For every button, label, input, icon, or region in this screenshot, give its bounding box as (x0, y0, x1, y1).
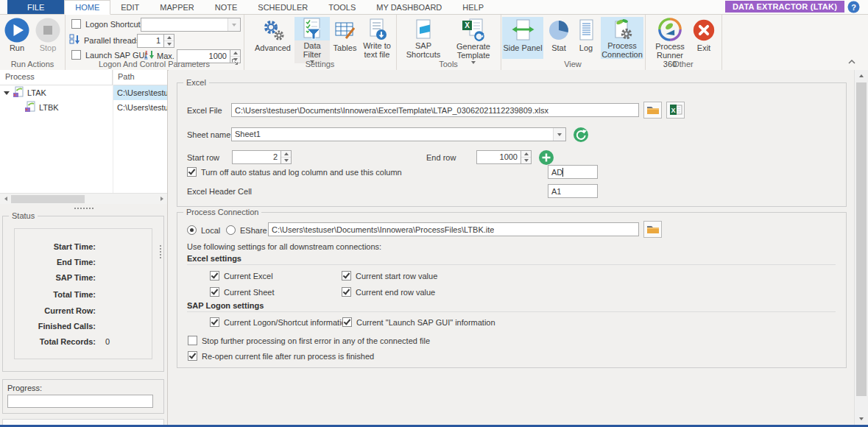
browse-excel-file-button[interactable] (643, 102, 662, 119)
scrollbar-thumb[interactable] (856, 82, 867, 396)
tab-scheduler[interactable]: SCHEDULER (247, 0, 318, 14)
tab-help[interactable]: HELP (452, 0, 494, 14)
side-panel-button[interactable]: Side Panel (502, 17, 543, 59)
sidebar: Process Path LTAK C:\Users\testu (0, 70, 168, 425)
tree-item-label: LTAK (27, 88, 46, 97)
header-cell-label: Excel Header Cell (187, 187, 252, 196)
sheet-name-combo[interactable]: Sheet1 (231, 127, 566, 141)
status-label: End Time: (22, 258, 96, 267)
tab-home[interactable]: HOME (64, 0, 110, 15)
advanced-icon (261, 17, 285, 43)
status-label: Total Records: (22, 337, 96, 346)
spinner-arrows[interactable] (521, 150, 532, 164)
data-filter-button[interactable]: Data Filter (294, 17, 330, 59)
eshare-radio[interactable]: EShare (226, 225, 267, 235)
excel-file-label: Excel File (187, 106, 222, 115)
write-to-text-file-button[interactable]: Write to text file (359, 17, 395, 59)
checkbox-icon (210, 287, 219, 297)
open-in-excel-button[interactable]: X (666, 102, 685, 119)
current-end-row-label: Current end row value (356, 288, 435, 297)
advanced-button[interactable]: Advanced (253, 17, 293, 59)
browse-connection-button[interactable] (643, 221, 662, 238)
spinner-arrows[interactable] (164, 34, 174, 48)
progress-field[interactable] (7, 395, 153, 408)
run-icon (4, 17, 30, 43)
section-rule (187, 311, 836, 312)
current-launch-checkbox[interactable]: Current "Launch SAP GUI" information (342, 317, 495, 327)
tree-row-ltbk[interactable]: LTBK C:\Users\testu (0, 100, 167, 115)
launch-sap-gui-checkbox[interactable]: Launch SAP GUI (71, 50, 147, 60)
tree-header-process[interactable]: Process (0, 70, 113, 85)
ribbon: Run Stop Run Actions Logon Shortcut P (0, 14, 868, 71)
sap-shortcuts-label: SAP Shortcuts (399, 41, 448, 59)
process-connection-button[interactable]: Process Connection (601, 17, 643, 59)
tree-horizontal-scrollbar[interactable] (0, 193, 167, 204)
auto-status-checkbox[interactable]: Turn off auto status and log column and … (187, 167, 402, 177)
current-start-row-checkbox[interactable]: Current start row value (342, 271, 437, 280)
exit-button[interactable]: Exit (692, 17, 716, 59)
scroll-down-icon[interactable] (855, 413, 868, 425)
stop-on-error-checkbox[interactable]: Stop further processing on first error i… (188, 336, 430, 345)
tab-mapper[interactable]: MAPPER (149, 0, 204, 14)
stop-button[interactable]: Stop (34, 17, 62, 59)
refresh-sheets-button[interactable] (573, 127, 589, 143)
stat-button[interactable]: Stat (546, 17, 571, 59)
tab-file[interactable]: FILE (7, 0, 64, 14)
status-column-field[interactable]: AD (548, 165, 598, 179)
ribbon-group-settings: Advanced Data Filter Tables (244, 14, 397, 70)
process-runner-360-button[interactable]: Process Runner 360 (649, 17, 691, 59)
progress-label: Progress: (7, 384, 42, 392)
process-runner-360-icon (657, 17, 682, 42)
generate-template-label: Generate Template (449, 42, 498, 60)
main-vertical-scrollbar[interactable] (854, 70, 868, 425)
spinner-arrows[interactable] (281, 150, 292, 164)
generate-template-button[interactable]: X Generate Template (449, 17, 498, 59)
scrollbar-thumb[interactable] (11, 195, 85, 203)
current-sheet-checkbox[interactable]: Current Sheet (210, 287, 274, 297)
logon-shortcut-checkbox[interactable]: Logon Shortcut (71, 19, 141, 29)
end-row-stepper[interactable]: 1000 (476, 150, 532, 164)
tab-note[interactable]: NOTE (205, 0, 248, 14)
current-end-row-checkbox[interactable]: Current end row value (342, 287, 435, 297)
process-connection-groupbox: Process Connection Local EShare C:\Users… (177, 212, 847, 368)
generate-template-icon: X (461, 17, 486, 42)
radio-icon (187, 225, 197, 235)
parallel-threads-stepper[interactable]: 1 (137, 34, 174, 48)
log-button[interactable]: Log (574, 17, 598, 59)
scroll-right-icon[interactable] (156, 194, 167, 204)
stop-on-error-label: Stop further processing on first error i… (202, 336, 430, 345)
tree-expander-icon[interactable] (4, 91, 10, 95)
scroll-up-icon[interactable] (855, 70, 868, 82)
scroll-left-icon[interactable] (0, 194, 11, 204)
tab-tools[interactable]: TOOLS (318, 0, 366, 14)
checkbox-icon (342, 271, 351, 280)
status-value: 0 (105, 337, 110, 346)
local-radio[interactable]: Local (187, 225, 220, 235)
group-label-view: View (501, 60, 645, 68)
excel-file-field[interactable]: C:\Users\testuser\Documents\Innowera\Exc… (231, 103, 639, 117)
current-logon-checkbox[interactable]: Current Logon/Shortcut information (210, 317, 350, 327)
folder-icon (646, 105, 660, 116)
start-row-stepper[interactable]: 2 (232, 150, 292, 164)
tree-row-ltak[interactable]: LTAK C:\Users\testu (0, 85, 167, 100)
current-excel-checkbox[interactable]: Current Excel (210, 271, 273, 280)
connection-path-field[interactable]: C:\Users\testuser\Documents\Innowera\Pro… (268, 222, 639, 236)
tab-my-dashboard[interactable]: MY DASHBOARD (366, 0, 452, 14)
stop-label: Stop (40, 43, 57, 52)
current-sheet-label: Current Sheet (224, 288, 274, 297)
tree-header-path[interactable]: Path (113, 70, 167, 85)
logon-shortcut-combo[interactable] (141, 18, 241, 32)
add-row-range-button[interactable] (538, 149, 554, 166)
log-label: Log (579, 43, 593, 52)
tables-button[interactable]: Tables (331, 17, 359, 59)
header-cell-field[interactable]: A1 (548, 184, 598, 198)
tab-edit[interactable]: EDIT (110, 0, 149, 14)
ribbon-collapse-icon[interactable] (847, 57, 856, 66)
reopen-file-checkbox[interactable]: Re-open current file after run process i… (188, 351, 374, 361)
stop-icon (35, 17, 61, 43)
sap-shortcuts-button[interactable]: SAP Shortcuts (399, 17, 448, 59)
stat-label: Stat (551, 43, 566, 52)
help-icon[interactable]: ? (847, 1, 860, 13)
run-button[interactable]: Run (3, 17, 31, 59)
status-drag-handle[interactable] (160, 245, 163, 258)
